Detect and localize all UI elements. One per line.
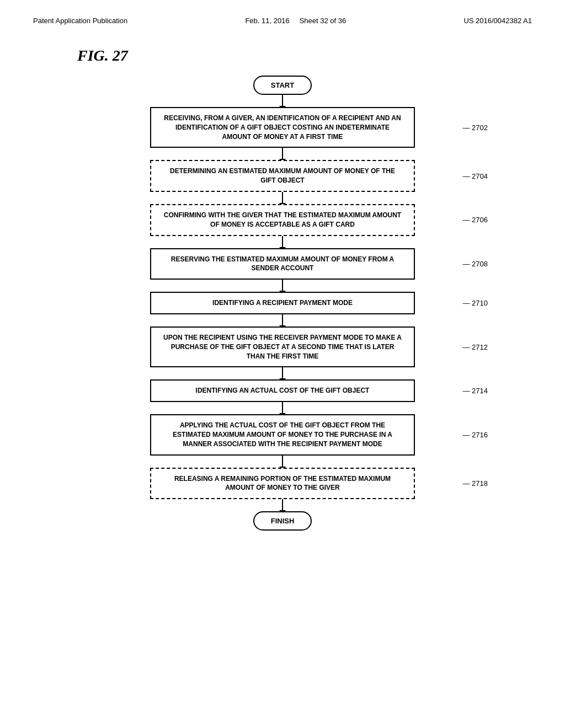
node-row-2708: RESERVING THE ESTIMATED MAXIMUM AMOUNT O… [33, 248, 532, 280]
header-center: Feb. 11, 2016 Sheet 32 of 36 [245, 17, 346, 25]
publication-label: Patent Application Publication [33, 17, 127, 25]
arrow-6 [282, 314, 283, 326]
page-header: Patent Application Publication Feb. 11, … [33, 17, 532, 25]
page: Patent Application Publication Feb. 11, … [0, 0, 565, 728]
arrow-10 [282, 499, 283, 511]
node-2710: IDENTIFYING A RECIPIENT PAYMENT MODE [150, 292, 415, 314]
node-2718: RELEASING A REMAINING PORTION OF THE EST… [150, 468, 415, 500]
label-2708: — 2708 [462, 260, 488, 268]
header-right: US 2016/0042382 A1 [463, 17, 532, 25]
label-2706: — 2706 [462, 216, 488, 224]
start-node: START [253, 76, 312, 95]
label-2704: — 2704 [462, 172, 488, 180]
label-2712: — 2712 [462, 343, 488, 351]
node-2714: IDENTIFYING AN ACTUAL COST OF THE GIFT O… [150, 379, 415, 402]
node-row-2702: RECEIVING, FROM A GIVER, AN IDENTIFICATI… [33, 107, 532, 148]
arrow-7 [282, 367, 283, 379]
node-row-finish: FINISH [33, 511, 532, 531]
node-row-2718: RELEASING A REMAINING PORTION OF THE EST… [33, 468, 532, 500]
node-row-start: START [33, 76, 532, 95]
arrow-2 [282, 148, 283, 160]
node-2712: UPON THE RECIPIENT USING THE RECEIVER PA… [150, 326, 415, 367]
node-row-2704: DETERMINING AN ESTIMATED MAXIMUM AMOUNT … [33, 160, 532, 192]
arrow-1 [282, 95, 283, 107]
sheet-info: Sheet 32 of 36 [300, 17, 347, 25]
label-2702: — 2702 [462, 124, 488, 132]
publication-date: Feb. 11, 2016 [245, 17, 289, 25]
node-2716: APPLYING THE ACTUAL COST OF THE GIFT OBJ… [150, 414, 415, 455]
finish-node: FINISH [253, 511, 312, 531]
node-2704: DETERMINING AN ESTIMATED MAXIMUM AMOUNT … [150, 160, 415, 192]
label-2716: — 2716 [462, 431, 488, 439]
label-2714: — 2714 [462, 387, 488, 395]
node-row-2706: CONFIRMING WITH THE GIVER THAT THE ESTIM… [33, 204, 532, 236]
arrow-4 [282, 236, 283, 248]
node-2708: RESERVING THE ESTIMATED MAXIMUM AMOUNT O… [150, 248, 415, 280]
node-2702: RECEIVING, FROM A GIVER, AN IDENTIFICATI… [150, 107, 415, 148]
node-2706: CONFIRMING WITH THE GIVER THAT THE ESTIM… [150, 204, 415, 236]
figure-title: FIG. 27 [77, 47, 128, 65]
patent-number: US 2016/0042382 A1 [463, 17, 532, 25]
flowchart: START RECEIVING, FROM A GIVER, AN IDENTI… [33, 76, 532, 531]
diagram-container: FIG. 27 START RECEIVING, FROM A GIVER, A… [33, 41, 532, 536]
node-row-2716: APPLYING THE ACTUAL COST OF THE GIFT OBJ… [33, 414, 532, 455]
node-row-2714: IDENTIFYING AN ACTUAL COST OF THE GIFT O… [33, 379, 532, 402]
header-left: Patent Application Publication [33, 17, 127, 25]
node-row-2712: UPON THE RECIPIENT USING THE RECEIVER PA… [33, 326, 532, 367]
node-row-2710: IDENTIFYING A RECIPIENT PAYMENT MODE — 2… [33, 292, 532, 314]
label-2718: — 2718 [462, 479, 488, 488]
label-2710: — 2710 [462, 299, 488, 307]
arrow-5 [282, 280, 283, 292]
arrow-9 [282, 456, 283, 468]
arrow-8 [282, 402, 283, 414]
arrow-3 [282, 192, 283, 204]
